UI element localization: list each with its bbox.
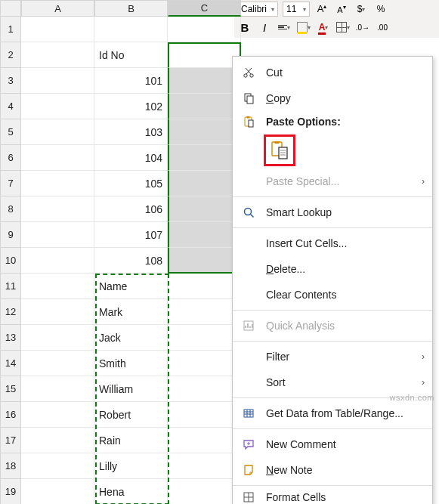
row-header[interactable]: 13 xyxy=(0,325,21,351)
ctx-smart-lookup[interactable]: Smart Lookup xyxy=(233,199,432,225)
cell[interactable]: Smith xyxy=(94,351,168,376)
spreadsheet-grid[interactable]: A B C 12Id No310141025103610471058106910… xyxy=(0,0,242,504)
cell[interactable] xyxy=(21,453,94,479)
cell[interactable] xyxy=(21,145,94,171)
cell[interactable] xyxy=(168,119,241,145)
cell[interactable]: 104 xyxy=(94,145,168,171)
align-button[interactable]: ▾ xyxy=(277,20,292,35)
decrease-font-button[interactable]: A▾ xyxy=(334,2,349,17)
cell[interactable] xyxy=(168,145,241,171)
cell[interactable] xyxy=(168,351,241,376)
font-color-button[interactable]: A▾ xyxy=(316,20,331,35)
font-name-combo[interactable]: Calibri ▾ xyxy=(237,2,278,17)
row-header[interactable]: 19 xyxy=(0,479,21,504)
borders-button[interactable]: ▾ xyxy=(335,20,351,35)
cell[interactable]: 101 xyxy=(94,68,168,94)
row-header[interactable]: 14 xyxy=(0,351,21,376)
cell[interactable] xyxy=(168,376,241,402)
row-header[interactable]: 11 xyxy=(0,274,21,299)
paste-button[interactable] xyxy=(266,137,293,164)
col-header-B[interactable]: B xyxy=(94,0,168,17)
row-header[interactable]: 15 xyxy=(0,376,21,402)
decimal-increase-button[interactable]: .0→ xyxy=(355,20,370,35)
fill-color-button[interactable]: ▾ xyxy=(296,20,311,35)
row-header[interactable]: 9 xyxy=(0,222,21,248)
cell[interactable] xyxy=(21,68,94,94)
percent-button[interactable]: % xyxy=(373,2,388,17)
cell[interactable] xyxy=(94,17,168,42)
cell[interactable] xyxy=(168,453,241,479)
row-header[interactable]: 12 xyxy=(0,299,21,325)
cell[interactable] xyxy=(21,299,94,325)
ctx-format-cells[interactable]: Format Cells xyxy=(233,488,432,504)
cell[interactable] xyxy=(168,274,241,299)
row-header[interactable]: 4 xyxy=(0,94,21,119)
cell[interactable] xyxy=(21,248,94,274)
font-size-combo[interactable]: 11 ▾ xyxy=(283,2,310,17)
cell[interactable] xyxy=(168,479,241,504)
ctx-copy[interactable]: Copy xyxy=(233,85,432,111)
cell[interactable] xyxy=(168,42,241,68)
cell[interactable] xyxy=(21,376,94,402)
ctx-cut[interactable]: Cut xyxy=(233,60,432,85)
row-header[interactable]: 5 xyxy=(0,119,21,145)
cell[interactable]: 103 xyxy=(94,119,168,145)
row-header[interactable]: 17 xyxy=(0,428,21,453)
cell[interactable]: 107 xyxy=(94,222,168,248)
decimal-decrease-button[interactable]: .00 xyxy=(375,20,390,35)
cell[interactable] xyxy=(21,196,94,222)
cell[interactable] xyxy=(168,171,241,196)
cell[interactable]: William xyxy=(94,376,168,402)
cell[interactable] xyxy=(21,42,94,68)
row-header[interactable]: 2 xyxy=(0,42,21,68)
cell[interactable] xyxy=(21,171,94,196)
increase-font-button[interactable]: A▴ xyxy=(314,2,329,17)
cell[interactable] xyxy=(21,479,94,504)
row-header[interactable]: 18 xyxy=(0,453,21,479)
cell[interactable]: 105 xyxy=(94,171,168,196)
row-header[interactable]: 6 xyxy=(0,145,21,171)
cell[interactable] xyxy=(168,299,241,325)
cell[interactable] xyxy=(21,274,94,299)
cell[interactable]: Name xyxy=(94,274,168,299)
cell[interactable] xyxy=(21,428,94,453)
ctx-new-note[interactable]: New Note xyxy=(233,457,432,483)
ctx-insert-cut-cells[interactable]: Insert Cut Cells... xyxy=(233,230,432,256)
cell[interactable]: 102 xyxy=(94,94,168,119)
cell[interactable] xyxy=(21,325,94,351)
cell[interactable]: 108 xyxy=(94,248,168,274)
cell[interactable] xyxy=(168,222,241,248)
cell[interactable] xyxy=(168,196,241,222)
row-header[interactable]: 8 xyxy=(0,196,21,222)
cell[interactable] xyxy=(168,94,241,119)
cell[interactable] xyxy=(168,428,241,453)
row-header[interactable]: 16 xyxy=(0,402,21,428)
cell[interactable]: 106 xyxy=(94,196,168,222)
col-header-A[interactable]: A xyxy=(21,0,94,17)
col-header-C[interactable]: C xyxy=(168,0,241,17)
cell[interactable] xyxy=(21,94,94,119)
ctx-new-comment[interactable]: New Comment xyxy=(233,431,432,457)
italic-button[interactable]: I xyxy=(257,20,272,35)
select-all-corner[interactable] xyxy=(0,0,21,17)
ctx-filter[interactable]: Filter › xyxy=(233,344,432,369)
cell[interactable]: Hena xyxy=(94,479,168,504)
cell[interactable] xyxy=(168,17,241,42)
ctx-sort[interactable]: Sort › xyxy=(233,369,432,395)
cell[interactable] xyxy=(21,222,94,248)
row-header[interactable]: 1 xyxy=(0,17,21,42)
cell[interactable] xyxy=(168,68,241,94)
ctx-delete[interactable]: Delete... xyxy=(233,256,432,282)
cell[interactable]: Jack xyxy=(94,325,168,351)
cell[interactable]: Id No xyxy=(94,42,168,68)
ctx-get-data[interactable]: Get Data from Table/Range... xyxy=(233,400,432,426)
row-header[interactable]: 10 xyxy=(0,248,21,274)
cell[interactable]: Lilly xyxy=(94,453,168,479)
cell[interactable] xyxy=(21,402,94,428)
cell[interactable] xyxy=(168,248,241,274)
cell[interactable] xyxy=(21,17,94,42)
row-header[interactable]: 7 xyxy=(0,171,21,196)
cell[interactable] xyxy=(21,119,94,145)
cell[interactable] xyxy=(168,325,241,351)
cell[interactable] xyxy=(168,402,241,428)
